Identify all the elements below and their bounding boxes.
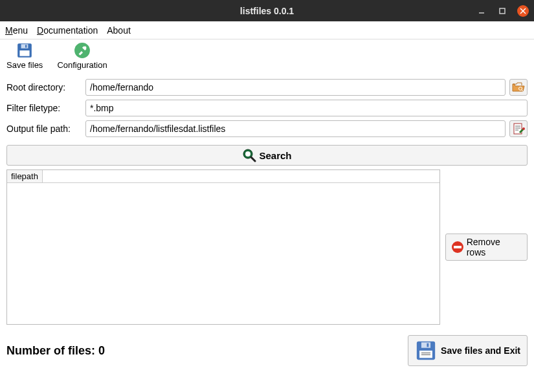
file-count-label: Number of files: 0 [6, 344, 105, 358]
minimize-button[interactable] [476, 5, 487, 17]
filter-filetype-row: Filter filetype: [6, 100, 528, 116]
close-icon [520, 8, 526, 14]
floppy-large-icon [415, 340, 437, 362]
maximize-button[interactable] [496, 5, 508, 17]
close-button[interactable] [517, 5, 529, 17]
browse-folder-button[interactable] [509, 79, 528, 96]
table-header-filepath[interactable]: filepath [7, 170, 43, 182]
folder-open-icon [512, 82, 525, 93]
results-table[interactable]: filepath [6, 169, 440, 325]
root-directory-input[interactable] [85, 79, 506, 96]
floppy-icon [16, 42, 33, 59]
svg-rect-21 [454, 246, 462, 248]
window-controls [476, 5, 529, 17]
footer: Number of files: 0 Save files and Exit [0, 325, 534, 366]
search-icon [242, 148, 256, 162]
svg-line-19 [251, 157, 255, 161]
svg-rect-27 [427, 343, 428, 347]
output-path-input[interactable] [85, 120, 506, 137]
menu-about[interactable]: About [107, 25, 131, 36]
filter-filetype-input[interactable] [85, 100, 528, 116]
configuration-label: Configuration [57, 60, 107, 70]
output-path-row: Output file path: [6, 120, 528, 137]
output-path-label: Output file path: [6, 124, 82, 134]
results-row: filepath Remove rows [0, 169, 534, 325]
svg-rect-26 [421, 342, 430, 348]
remove-rows-label: Remove rows [467, 237, 522, 257]
svg-point-16 [522, 127, 525, 130]
table-header-row: filepath [7, 170, 439, 183]
search-button[interactable]: Search [6, 145, 528, 166]
filter-filetype-label: Filter filetype: [6, 103, 82, 113]
svg-rect-5 [20, 50, 30, 56]
menu-menu[interactable]: Menu [5, 25, 28, 36]
svg-point-8 [74, 43, 90, 58]
save-files-label: Save files [6, 60, 43, 70]
svg-rect-1 [500, 8, 505, 14]
svg-point-18 [245, 151, 250, 157]
save-files-exit-button[interactable]: Save files and Exit [408, 335, 528, 366]
menubar: Menu Documentation About [0, 21, 534, 39]
minimize-icon [478, 7, 485, 15]
configuration-button[interactable]: Configuration [57, 42, 107, 70]
edit-output-button[interactable] [509, 120, 528, 137]
svg-rect-23 [419, 351, 432, 358]
root-directory-label: Root directory: [6, 82, 82, 93]
save-files-button[interactable]: Save files [6, 42, 43, 70]
window-title: listfiles 0.0.1 [240, 6, 294, 16]
remove-icon [451, 241, 464, 254]
toolbar: Save files Configuration [0, 39, 534, 74]
save-exit-label: Save files and Exit [441, 345, 520, 356]
svg-point-9 [83, 47, 86, 49]
svg-rect-7 [25, 45, 27, 47]
titlebar: listfiles 0.0.1 [0, 0, 534, 21]
svg-rect-24 [421, 353, 430, 353]
remove-rows-button[interactable]: Remove rows [445, 234, 528, 261]
tools-icon [74, 42, 91, 59]
edit-file-icon [512, 123, 525, 135]
maximize-icon [498, 7, 506, 15]
svg-rect-6 [21, 44, 28, 49]
root-directory-row: Root directory: [6, 79, 528, 96]
menu-documentation[interactable]: Documentation [37, 25, 98, 36]
svg-rect-25 [421, 354, 430, 355]
search-label: Search [259, 150, 291, 161]
form-area: Root directory: Filter filetype: Output … [0, 74, 534, 145]
